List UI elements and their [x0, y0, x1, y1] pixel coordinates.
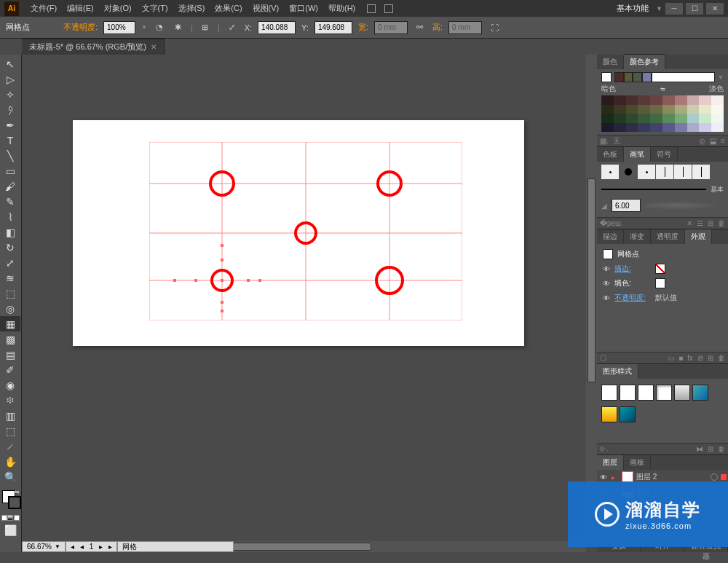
visibility-icon[interactable]: 👁: [603, 294, 610, 302]
tool-indicator[interactable]: 网格: [117, 541, 234, 552]
new-brush-icon[interactable]: ⊞: [708, 219, 713, 227]
window-maximize[interactable]: ☐: [686, 3, 703, 15]
chevron-down-icon[interactable]: ▼: [656, 5, 662, 12]
artboard[interactable]: [73, 120, 524, 346]
menu-help[interactable]: 帮助(H): [324, 3, 360, 14]
panel-tab-gradient[interactable]: 渐变: [624, 229, 651, 244]
appearance-thumb[interactable]: [603, 249, 613, 259]
stroke-swatch[interactable]: [8, 496, 21, 509]
transform-icon[interactable]: ⛶: [488, 21, 501, 34]
brush-thumb[interactable]: [674, 165, 692, 179]
paintbrush-tool[interactable]: 🖌: [0, 178, 20, 194]
base-color-swatch[interactable]: [601, 72, 612, 82]
direct-selection-tool[interactable]: ▷: [0, 71, 20, 87]
free-transform-tool[interactable]: ⬚: [0, 286, 20, 301]
brush-thumb-selected[interactable]: [620, 165, 637, 179]
mesh-tool[interactable]: ▩: [0, 331, 20, 347]
visibility-icon[interactable]: 👁: [603, 280, 610, 288]
window-minimize[interactable]: ─: [665, 3, 683, 15]
canvas-area[interactable]: 66.67%▼ ◂◂1▸▸ 网格: [22, 55, 597, 552]
color-shade-grid[interactable]: [601, 95, 724, 132]
style-swatch[interactable]: [656, 385, 672, 401]
panel-tab-symbols[interactable]: 符号: [651, 147, 678, 162]
style-swatch[interactable]: [620, 406, 636, 422]
graph-tool[interactable]: ▥: [0, 408, 20, 423]
style-swatch[interactable]: [692, 385, 708, 401]
style-swatch[interactable]: [601, 406, 617, 422]
color-mode-solid[interactable]: [1, 515, 7, 521]
artboard-tool[interactable]: ⬚: [0, 423, 20, 438]
lasso-tool[interactable]: ᠀: [0, 102, 20, 117]
rotate-tool[interactable]: ↻: [0, 240, 20, 255]
menu-object[interactable]: 对象(O): [100, 3, 136, 14]
magic-wand-tool[interactable]: ✧: [0, 87, 20, 102]
fill-stroke-control[interactable]: ⇆: [0, 489, 21, 513]
close-tab-icon[interactable]: ✕: [151, 43, 157, 51]
dropdown-icon[interactable]: ▼: [141, 24, 147, 31]
style-swatch[interactable]: [601, 385, 617, 401]
appearance-stroke-swatch[interactable]: [655, 264, 665, 274]
harmony-swatch[interactable]: [633, 72, 642, 82]
brush-weight-input[interactable]: 6.00: [612, 199, 641, 212]
menu-file[interactable]: 文件(F): [26, 3, 61, 14]
dropdown-icon[interactable]: ▼: [718, 74, 724, 81]
panel-tab-graphic-styles[interactable]: 图形样式: [597, 363, 638, 379]
opacity-label[interactable]: 不透明度:: [63, 22, 98, 33]
delete-icon[interactable]: 🗑: [718, 354, 725, 362]
rectangle-tool[interactable]: ▭: [0, 163, 20, 178]
color-mode-gradient[interactable]: [7, 515, 13, 521]
delete-style-icon[interactable]: 🗑: [718, 445, 725, 453]
eyedropper-tool[interactable]: ✐: [0, 362, 20, 377]
perspective-tool[interactable]: ▦: [0, 316, 20, 331]
appearance-stroke-label[interactable]: 描边:: [614, 264, 651, 274]
panel-tab-swatches[interactable]: 色板: [597, 147, 624, 162]
expand-icon[interactable]: ▸: [612, 473, 619, 481]
anchor-convert-icon[interactable]: ⤢: [226, 21, 239, 34]
harmony-swatch[interactable]: [642, 72, 652, 82]
link-icon[interactable]: ⚯: [414, 21, 427, 34]
mesh-object[interactable]: [149, 142, 462, 320]
panel-tab-stroke[interactable]: 描边: [597, 229, 624, 244]
vertical-scroll-thumb[interactable]: [587, 178, 596, 382]
scale-tool[interactable]: ⤢: [0, 255, 20, 270]
opacity-input[interactable]: 100%: [103, 21, 135, 34]
menu-effect[interactable]: 效果(C): [210, 3, 246, 14]
style-swatch[interactable]: [638, 385, 654, 401]
brush-library-icon[interactable]: �реш.: [600, 219, 623, 227]
document-tab[interactable]: 未标题-5* @ 66.67% (RGB/预览) ✕: [22, 39, 165, 55]
add-effect-icon[interactable]: fx: [687, 354, 693, 362]
styles-library-icon[interactable]: ⊪.: [600, 445, 609, 453]
zoom-tool[interactable]: 🔍: [0, 469, 20, 484]
blend-tool[interactable]: ◉: [0, 377, 20, 393]
save-group-icon[interactable]: ⬓: [710, 137, 716, 145]
panel-tab-color-guide[interactable]: 颜色参考: [624, 54, 665, 69]
layout-icon-1[interactable]: [367, 4, 376, 13]
new-style-icon[interactable]: ⊞: [708, 445, 713, 453]
brush-thumb[interactable]: [692, 165, 710, 179]
hand-tool[interactable]: ✋: [0, 454, 20, 469]
harmony-swatch[interactable]: [652, 72, 715, 82]
new-art-icon[interactable]: ☐: [600, 354, 606, 362]
style-swatch[interactable]: [620, 385, 636, 401]
x-input[interactable]: 140.088: [258, 21, 296, 34]
vertical-scrollbar[interactable]: [586, 55, 597, 541]
target-icon[interactable]: [711, 473, 718, 481]
align-icon[interactable]: ⊞: [199, 21, 212, 34]
appearance-fill-swatch[interactable]: [655, 278, 665, 288]
visibility-toggle[interactable]: 👁: [598, 473, 609, 481]
clear-icon[interactable]: ⊘: [697, 354, 703, 362]
swap-fill-stroke-icon[interactable]: ⇆: [15, 489, 20, 495]
panel-menu-icon[interactable]: ≡: [721, 137, 725, 145]
width-tool[interactable]: ≋: [0, 270, 20, 286]
brush-stroke-preview[interactable]: [601, 189, 706, 190]
brush-thumb[interactable]: [638, 165, 655, 179]
brush-options-icon[interactable]: ☰: [697, 219, 703, 227]
panel-tab-layers[interactable]: 图层: [597, 454, 624, 470]
panel-tab-appearance[interactable]: 外观: [685, 229, 712, 244]
window-close[interactable]: ✕: [706, 3, 724, 15]
line-tool[interactable]: ╲: [0, 148, 20, 163]
type-tool[interactable]: T: [0, 133, 20, 148]
color-mode-none[interactable]: [14, 515, 20, 521]
recolor-icon[interactable]: ✱: [172, 21, 185, 34]
artboard-nav[interactable]: ◂◂1▸▸: [66, 541, 118, 552]
